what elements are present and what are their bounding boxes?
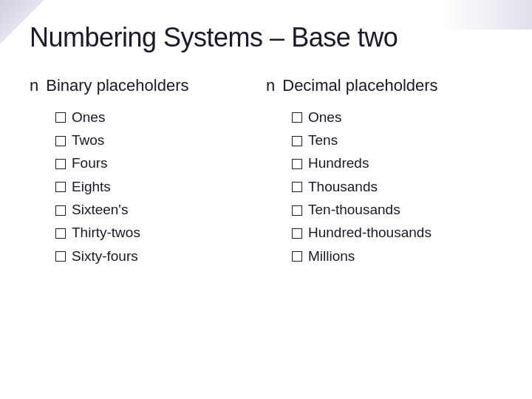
decimal-column-header: n Decimal placeholders [266,75,502,97]
decimal-column-title: Decimal placeholders [282,75,437,97]
decimal-item-tenthousands: Ten-thousands [308,198,400,221]
checkbox-icon [55,136,66,146]
checkbox-icon [55,112,66,123]
decimal-item-hundreds: Hundreds [308,151,369,174]
checkbox-icon [55,205,66,216]
binary-item-sixtyfours: Sixty-fours [72,245,138,267]
checkbox-icon [292,136,302,146]
decimal-item-millions: Millions [308,245,355,267]
list-item: Thousands [292,175,502,198]
binary-item-sixteens: Sixteen's [72,198,129,221]
list-item: Fours [55,151,266,174]
list-item: Eights [55,175,266,198]
list-item: Sixteen's [55,198,266,221]
decimal-item-ones: Ones [308,106,341,129]
list-item: Tens [292,129,502,151]
binary-column-title: Binary placeholders [46,75,188,97]
page-content: Numbering Systems – Base two n Binary pl… [0,0,532,282]
binary-item-thirtytwos: Thirty-twos [72,221,140,244]
list-item: Hundred-thousands [292,221,502,244]
decimal-item-thousands: Thousands [308,175,378,198]
checkbox-icon [292,112,302,123]
binary-item-ones: Ones [72,106,105,129]
binary-bullet: n [30,75,38,97]
columns-container: n Binary placeholders Ones Twos Fours [30,75,502,267]
checkbox-icon [55,228,66,239]
decimal-item-tens: Tens [308,129,338,151]
binary-item-eights: Eights [72,175,111,198]
decimal-bullet: n [266,75,275,97]
checkbox-icon [292,159,302,169]
checkbox-icon [55,159,66,169]
decimal-items-list: Ones Tens Hundreds Thousands Ten-thousan… [266,106,502,267]
decimal-item-hundredthousands: Hundred-thousands [308,221,432,244]
list-item: Millions [292,245,502,267]
page-title: Numbering Systems – Base two [30,22,502,53]
binary-item-twos: Twos [72,129,104,151]
checkbox-icon [55,182,66,192]
list-item: Ones [292,106,502,129]
list-item: Thirty-twos [55,221,266,244]
binary-item-fours: Fours [72,151,108,174]
binary-column-header: n Binary placeholders [30,75,266,97]
list-item: Hundreds [292,151,502,174]
checkbox-icon [292,251,302,262]
list-item: Ten-thousands [292,198,502,221]
checkbox-icon [292,205,302,216]
decimal-column: n Decimal placeholders Ones Tens Hundred… [266,75,502,267]
checkbox-icon [292,228,302,239]
list-item: Twos [55,129,266,151]
checkbox-icon [55,251,66,262]
binary-items-list: Ones Twos Fours Eights Sixteen's [30,106,266,267]
list-item: Ones [55,106,266,129]
binary-column: n Binary placeholders Ones Twos Fours [30,75,266,267]
list-item: Sixty-fours [55,245,266,267]
checkbox-icon [292,182,302,192]
